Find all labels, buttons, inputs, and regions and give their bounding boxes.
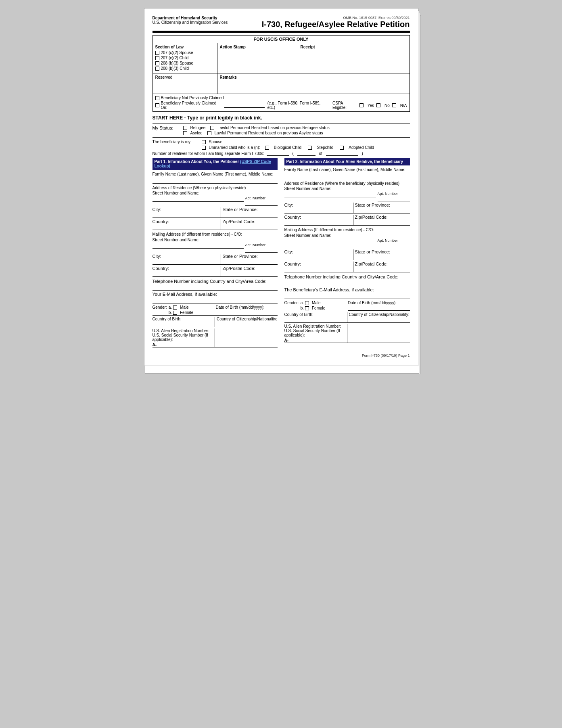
num-of-field[interactable] xyxy=(297,151,315,156)
cb-208b3-spouse-box[interactable] xyxy=(155,61,159,65)
p2-mailing-label: Mailing Address (If different from resid… xyxy=(284,228,410,232)
benef-not-claimed-cb[interactable] xyxy=(155,96,159,100)
p1-street2-input[interactable] xyxy=(153,243,244,249)
agency-sub: U.S. Citizenship and Immigration Service… xyxy=(153,20,228,25)
p2-dob-input[interactable] xyxy=(348,305,410,311)
part2-header-text: Part 2. Information About Your Alien Rel… xyxy=(286,159,403,164)
p1-city-input[interactable] xyxy=(153,212,219,218)
p2-street-label: Street Number and Name: xyxy=(284,186,410,191)
p1-state2-input[interactable] xyxy=(223,259,278,264)
p1-alien-ssn: U.S. Alien Registration Number: U.S. Soc… xyxy=(153,328,278,347)
paren-open: ( xyxy=(291,151,295,156)
p2-citizen-input[interactable] xyxy=(349,317,410,322)
p1-ssn-label-inline: U.S. Social Security Number (If applicab… xyxy=(153,333,213,342)
p2-female-cb[interactable] xyxy=(305,306,309,310)
p2-apt2-input[interactable] xyxy=(378,243,410,248)
num-relatives: Number of relatives for whom I am filing… xyxy=(153,151,410,156)
p1-apt-input[interactable] xyxy=(245,200,278,206)
p1-dob-input[interactable] xyxy=(216,310,278,315)
p1-apt2-input[interactable] xyxy=(245,247,278,253)
p2-citizen-label: Country of Citizenship/Nationality: xyxy=(349,312,410,317)
p2-alien-field-input[interactable] xyxy=(349,324,410,330)
p2-country-block: Country: xyxy=(284,215,353,225)
cb-207c2-spouse-box[interactable] xyxy=(155,51,159,55)
cspa-yes-cb[interactable] xyxy=(359,103,364,107)
p2-street2-input[interactable] xyxy=(284,238,376,244)
p2-apt-block: Apt. Number xyxy=(378,192,410,201)
p1-email-input[interactable] xyxy=(153,297,278,302)
cb-207c2-child-box[interactable] xyxy=(155,56,159,60)
p1-male-cb[interactable] xyxy=(173,305,177,310)
p2-email-input[interactable] xyxy=(284,292,410,298)
spouse-cb[interactable] xyxy=(202,140,206,144)
benef-claimed-example: (e.g., Form I-590, Form I-589, etc.) xyxy=(267,101,328,110)
p2-zip-input[interactable] xyxy=(355,220,410,225)
p2-city-input[interactable] xyxy=(284,207,351,213)
p1-alien-field-input[interactable] xyxy=(217,328,278,334)
cb-208b3-child-box[interactable] xyxy=(155,67,159,71)
p1-birth-input[interactable] xyxy=(153,321,213,327)
p1-family-name-input[interactable] xyxy=(153,177,278,184)
p1-zip-input[interactable] xyxy=(223,224,278,230)
p1-street-input[interactable] xyxy=(153,196,244,202)
p1-state-input[interactable] xyxy=(223,212,278,218)
p2-zip2-input[interactable] xyxy=(355,266,410,272)
p2-family-name-input[interactable] xyxy=(284,173,410,179)
p2-state-label: State or Province: xyxy=(355,203,390,207)
p2-a-prefix: A- xyxy=(284,338,345,343)
agency-info: Department of Homeland Security U.S. Cit… xyxy=(153,16,228,25)
benef-claimed-field[interactable] xyxy=(224,103,265,108)
p1-country2-input[interactable] xyxy=(153,271,219,276)
lpr-asylee-cb[interactable] xyxy=(207,131,211,135)
dept-name: Department of Homeland Security xyxy=(153,16,228,20)
p2-birth-input[interactable] xyxy=(284,317,345,322)
p1-citizen-input[interactable] xyxy=(217,321,278,327)
unmarried-child-cb[interactable] xyxy=(202,146,206,150)
p1-gender-a-label: a. xyxy=(169,305,172,310)
benef-claimed-cb[interactable] xyxy=(155,103,159,107)
p1-country-zip-row: Country: Zip/Postal Code: xyxy=(153,219,278,230)
p2-state-input[interactable] xyxy=(355,207,410,213)
lpr-asylee-label: Lawful Permanent Resident based on previ… xyxy=(215,131,323,135)
refugee-cb[interactable] xyxy=(183,126,187,130)
bio-child-cb[interactable] xyxy=(265,146,269,150)
status-options: Refugee Lawful Permanent Resident based … xyxy=(183,126,330,135)
p1-female-cb[interactable] xyxy=(173,311,177,315)
footer-text: Form I-730 (09/17/19) Page 1 xyxy=(362,354,410,358)
num-relatives-field[interactable] xyxy=(267,151,289,156)
num-total-field[interactable] xyxy=(326,151,358,156)
cspa-no-cb[interactable] xyxy=(376,103,380,107)
p2-phone-input[interactable] xyxy=(284,279,410,285)
stepchild-cb[interactable] xyxy=(308,146,312,150)
p1-zip2-input[interactable] xyxy=(223,271,278,276)
omb-text: OMB No. 1615-0037; Expires 09/30/2021 xyxy=(262,16,410,20)
lpr-refugee-cb[interactable] xyxy=(210,126,214,130)
p2-zip-block: Zip/Postal Code: xyxy=(353,215,410,225)
p1-country-input[interactable] xyxy=(153,224,219,230)
p2-state2-input[interactable] xyxy=(355,254,410,260)
my-status-label: My Status: xyxy=(153,126,181,130)
p1-gender-options: a. Male b. Female xyxy=(169,305,194,315)
p1-mailing-label: Mailing Address (If different from resid… xyxy=(153,232,278,236)
p2-country2-input[interactable] xyxy=(284,266,351,272)
p1-zip2-label: Zip/Postal Code: xyxy=(223,266,255,271)
p2-city2-input[interactable] xyxy=(284,254,351,260)
p1-birth-label: Country of Birth: xyxy=(153,317,213,321)
p2-street-input[interactable] xyxy=(284,192,376,197)
uscis-only-box: FOR USCIS OFFICE ONLY Section of Law 207… xyxy=(153,35,410,112)
p2-country-input[interactable] xyxy=(284,220,351,225)
p2-state2-label: State or Province: xyxy=(355,249,390,254)
p1-city2-input[interactable] xyxy=(153,259,219,264)
adopted-cb[interactable] xyxy=(340,146,344,150)
p1-ssn-block xyxy=(215,328,278,347)
p1-alien-block: U.S. Alien Registration Number: U.S. Soc… xyxy=(153,328,215,347)
p1-phone-input[interactable] xyxy=(153,284,278,289)
cspa-na-cb[interactable] xyxy=(392,103,396,107)
p2-apt-input[interactable] xyxy=(378,196,410,201)
p2-address-section: Address of Residence (Where the benefici… xyxy=(284,181,410,226)
p1-birth-citizenship: Country of Birth: Country of Citizenship… xyxy=(153,317,278,327)
section-of-law: Section of Law 207 (c)(2) Spouse 207 (c)… xyxy=(153,43,217,73)
asylee-cb[interactable] xyxy=(183,131,187,135)
cb-207-spouse: 207 (c)(2) Spouse xyxy=(155,50,215,55)
p2-male-cb[interactable] xyxy=(305,301,309,305)
